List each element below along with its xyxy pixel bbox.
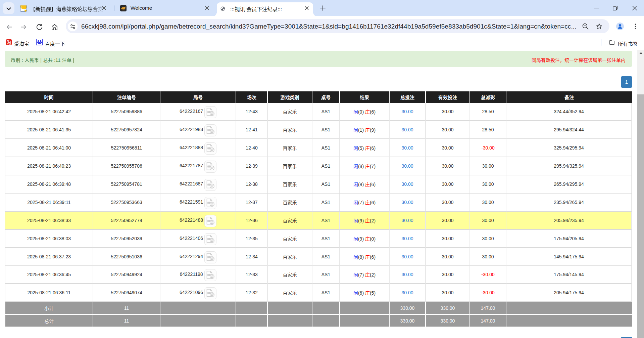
svg-text:淘: 淘 — [7, 40, 11, 45]
